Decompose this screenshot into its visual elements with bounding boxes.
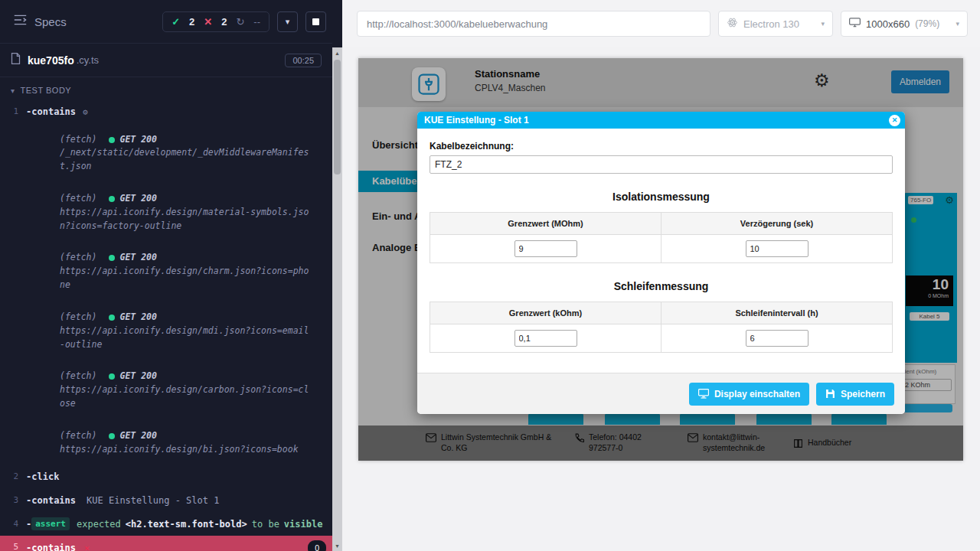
passed-count: 2 <box>189 16 194 28</box>
scroll-up-arrow[interactable]: ▲ <box>332 47 342 58</box>
command-name: click <box>31 470 59 484</box>
spec-file-icon <box>11 53 21 67</box>
spec-file-row[interactable]: kue705fo .cy.ts 00:25 <box>0 43 332 77</box>
test-stats: ✓ 2 ✕ 2 ↻ -- <box>162 11 270 32</box>
viewport-zoom: (79%) <box>915 18 939 29</box>
status-dot-icon <box>109 433 115 439</box>
gear-icon: ⚙ <box>83 106 88 119</box>
monitor-icon <box>849 18 861 30</box>
url-input[interactable] <box>357 11 710 37</box>
fetch-log-1[interactable]: (fetch)GET 200 /_next/static/development… <box>0 124 332 183</box>
fetch-label: (fetch) <box>60 192 96 206</box>
pending-count: -- <box>253 16 260 28</box>
command-contains-failed[interactable]: 5 -contains✕0 <box>0 536 332 551</box>
command-contains-2[interactable]: 3 -containsKUE Einstellung - Slot 1 <box>0 489 332 513</box>
specs-label[interactable]: Specs <box>34 15 67 28</box>
scroll-down-arrow[interactable]: ▼ <box>332 540 342 551</box>
fetch-url: https://api.iconify.design/charm.json?ic… <box>60 265 312 292</box>
command-name: contains <box>31 105 76 119</box>
spec-name: kue705fo <box>28 54 74 67</box>
fetch-url: https://api.iconify.design/material-symb… <box>60 206 312 233</box>
failed-icon: ✕ <box>204 16 212 28</box>
assert-prefix: expected <box>77 517 121 532</box>
browser-selector[interactable]: Electron 130 ▾ <box>718 11 833 37</box>
grenzwert-kohm-input[interactable] <box>514 330 577 347</box>
fetch-log-3[interactable]: (fetch)GET 200 https://api.iconify.desig… <box>0 242 332 301</box>
stop-button[interactable] <box>305 11 326 32</box>
scrollbar-thumb[interactable] <box>334 60 341 174</box>
grenzwert-mohm-input[interactable] <box>514 240 577 257</box>
chevron-down-icon: ▾ <box>286 17 290 27</box>
screen: Specs ✓ 2 ✕ 2 ↻ -- ▾ kue705fo .cy.ts 00:… <box>0 0 980 551</box>
assert-badge: assert <box>31 517 70 530</box>
command-argument: KUE Einstellung - Slot 1 <box>87 494 219 508</box>
column-header: Verzögerung (sek) <box>662 213 893 235</box>
assert-middle: to be <box>252 517 279 532</box>
fetch-status: GET 200 <box>119 429 156 443</box>
command-click[interactable]: 2 -click <box>0 465 332 489</box>
command-name: contains <box>31 541 76 551</box>
fail-x-icon: ✕ <box>84 541 90 551</box>
command-assert[interactable]: 4 -assertexpected<h2.text-sm.font-bold>t… <box>0 513 332 536</box>
assert-target: <h2.text-sm.font-bold> <box>126 517 247 532</box>
speichern-button[interactable]: Speichern <box>816 383 894 406</box>
modal-footer: Display einschalten Speichern <box>417 373 905 414</box>
fetch-status: GET 200 <box>119 370 156 383</box>
fetch-url: https://api.iconify.design/carbon.json?i… <box>60 383 312 411</box>
kabelbezeichnung-label: Kabelbezeichnung: <box>430 141 893 152</box>
fetch-log-2[interactable]: (fetch)GET 200 https://api.iconify.desig… <box>0 183 332 242</box>
sidebar-toggle-icon[interactable] <box>14 15 27 28</box>
spec-ext: .cy.ts <box>77 54 99 66</box>
chevron-down-icon: ▾ <box>11 86 15 95</box>
test-body-header[interactable]: ▾ TEST BODY <box>0 77 332 100</box>
fetch-status: GET 200 <box>119 192 156 206</box>
command-number: 5 <box>0 540 26 551</box>
app-under-test: Stationsname CPLV4_Maschen ⚙ Abmelden Üb… <box>358 58 963 461</box>
display-icon <box>698 389 709 399</box>
fetch-url: https://api.iconify.design/mdi.json?icon… <box>60 324 312 352</box>
passed-icon: ✓ <box>172 16 180 28</box>
test-body-label: TEST BODY <box>21 86 72 95</box>
close-icon[interactable]: ✕ <box>889 115 900 126</box>
status-dot-icon <box>109 137 115 143</box>
isolationsmessung-table: Grenzwert (MOhm) Verzögerung (sek) <box>430 212 893 263</box>
fetch-url: /_next/static/development/_devMiddleware… <box>60 146 312 174</box>
fetch-log-4[interactable]: (fetch)GET 200 https://api.iconify.desig… <box>0 302 332 360</box>
status-dot-icon <box>109 373 115 380</box>
fetch-status: GET 200 <box>119 251 156 265</box>
kabelbezeichnung-input[interactable] <box>430 155 893 174</box>
browser-label: Electron 130 <box>743 18 799 30</box>
command-number: 1 <box>0 105 26 116</box>
reporter-scrollbar[interactable]: ▲ ▼ <box>332 0 342 551</box>
display-einschalten-button[interactable]: Display einschalten <box>689 383 809 406</box>
command-contains-1[interactable]: 1 -contains⚙ <box>0 100 332 124</box>
schleifenintervall-input[interactable] <box>746 330 808 347</box>
status-dot-icon <box>109 255 115 261</box>
stop-icon <box>312 18 319 25</box>
viewport-size: 1000x660 <box>866 18 910 30</box>
viewport-selector[interactable]: 1000x660 (79%) ▾ <box>841 11 968 37</box>
modal-header: KUE Einstellung - Slot 1 ✕ <box>417 112 905 129</box>
assert-state: visible <box>284 517 323 532</box>
retry-badge: 0 <box>308 540 326 551</box>
fetch-label: (fetch) <box>60 370 96 383</box>
spec-duration: 00:25 <box>285 54 322 67</box>
schleifenmessung-title: Schleifenmessung <box>430 280 893 292</box>
command-log: 1 -contains⚙ (fetch)GET 200 /_next/stati… <box>0 100 332 551</box>
command-number: 4 <box>0 517 26 529</box>
kue-settings-modal: KUE Einstellung - Slot 1 ✕ Kabelbezeichn… <box>417 112 905 414</box>
verzoegerung-sek-input[interactable] <box>746 240 808 257</box>
reporter-toolbar: Specs ✓ 2 ✕ 2 ↻ -- ▾ <box>0 0 332 43</box>
pending-icon: ↻ <box>236 16 244 28</box>
fetch-log-6[interactable]: (fetch)GET 200 https://api.iconify.desig… <box>0 420 332 466</box>
fetch-log-5[interactable]: (fetch)GET 200 https://api.iconify.desig… <box>0 360 332 419</box>
command-number: 2 <box>0 470 26 481</box>
fetch-label: (fetch) <box>60 429 96 443</box>
collapse-button[interactable]: ▾ <box>277 11 298 32</box>
fetch-url: https://api.iconify.design/bi.json?icons… <box>60 443 312 457</box>
fetch-status: GET 200 <box>119 311 156 324</box>
column-header: Schleifenintervall (h) <box>662 302 893 324</box>
schleifenmessung-table: Grenzwert (kOhm) Schleifenintervall (h) <box>430 302 893 353</box>
fetch-label: (fetch) <box>60 311 96 324</box>
save-floppy-icon <box>825 389 835 399</box>
